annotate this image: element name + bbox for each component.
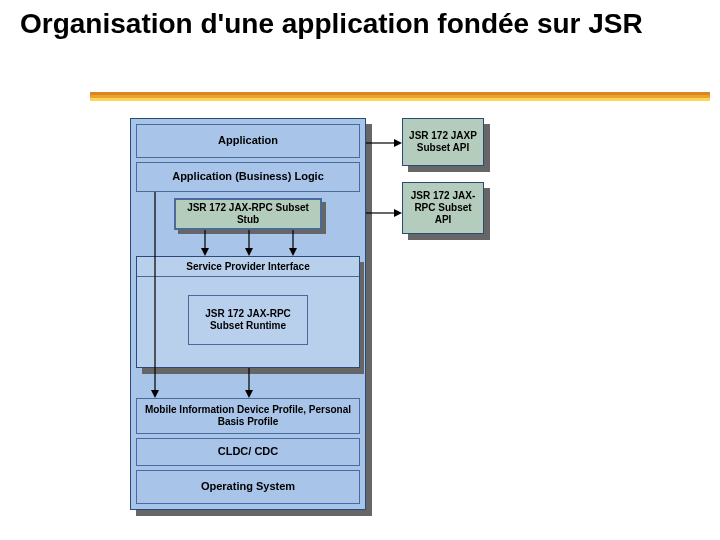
title-underline (0, 92, 720, 110)
svg-marker-11 (151, 390, 159, 398)
box-profile: Mobile Information Device Profile, Perso… (136, 398, 360, 434)
box-jaxp-api: JSR 172 JAXP Subset API (402, 118, 484, 166)
svg-marker-7 (245, 248, 253, 256)
label: JSR 172 JAXP Subset API (407, 130, 479, 154)
label: Mobile Information Device Profile, Perso… (141, 404, 355, 428)
box-application: Application (136, 124, 360, 158)
arrow-logic-to-profile (150, 192, 160, 398)
architecture-diagram: Application Application (Business) Logic… (130, 118, 550, 528)
arrow-app-to-jaxp (366, 138, 402, 148)
svg-marker-1 (394, 139, 402, 147)
label: JSR 172 JAX-RPC Subset Stub (180, 202, 316, 226)
box-spi: Service Provider Interface (137, 257, 359, 277)
label: Application (218, 134, 278, 147)
label: CLDC/ CDC (218, 445, 279, 458)
box-jaxrpc-stub: JSR 172 JAX-RPC Subset Stub (174, 198, 322, 230)
label: JSR 172 JAX-RPC Subset API (407, 190, 479, 226)
slide-title: Organisation d'une application fondée su… (0, 0, 720, 42)
box-jaxrpc-api: JSR 172 JAX-RPC Subset API (402, 182, 484, 234)
label: Operating System (201, 480, 295, 493)
label: Application (Business) Logic (172, 170, 324, 183)
label: Service Provider Interface (186, 261, 309, 273)
svg-marker-5 (201, 248, 209, 256)
svg-marker-9 (289, 248, 297, 256)
arrow-down-1 (200, 230, 210, 256)
arrow-stub-to-api (366, 208, 402, 218)
box-cldc: CLDC/ CDC (136, 438, 360, 466)
box-business-logic: Application (Business) Logic (136, 162, 360, 192)
svg-marker-3 (394, 209, 402, 217)
box-os: Operating System (136, 470, 360, 504)
box-runtime-region: Service Provider Interface JSR 172 JAX-R… (136, 256, 360, 368)
arrow-down-2 (244, 230, 254, 256)
box-runtime: JSR 172 JAX-RPC Subset Runtime (188, 295, 308, 345)
svg-marker-13 (245, 390, 253, 398)
arrow-runtime-to-profile (244, 368, 254, 398)
arrow-down-3 (288, 230, 298, 256)
label: JSR 172 JAX-RPC Subset Runtime (193, 308, 303, 332)
